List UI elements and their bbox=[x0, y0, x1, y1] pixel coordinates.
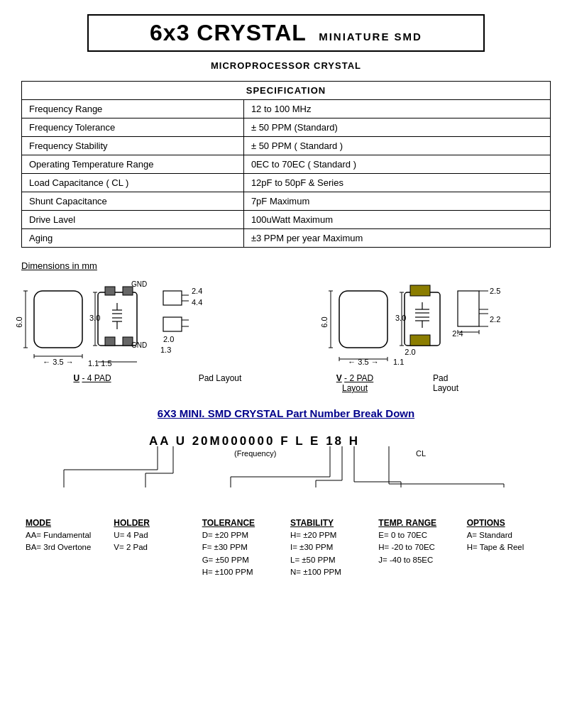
svg-rect-39 bbox=[339, 291, 387, 348]
spec-param: Aging bbox=[22, 229, 244, 248]
breakdown-col-item: AA= Fundamental bbox=[26, 529, 105, 541]
spec-value: 7pF Maximum bbox=[243, 192, 550, 211]
breakdown-col-item: A= Standard bbox=[467, 529, 546, 541]
svg-rect-63 bbox=[458, 291, 479, 326]
u-pad-drawing: 6.0 ← 3.5 → GND GND 3.0 1.5 1. bbox=[21, 278, 319, 370]
pad-layout-label: Pad Layout bbox=[163, 373, 277, 393]
svg-text:1.1: 1.1 bbox=[393, 358, 404, 366]
breakdown-row: MODEAA= FundamentalBA= 3rd OvertoneHOLDE… bbox=[21, 518, 551, 578]
v-pad-drawing: 6.0 ← 3.5 → 1.1 3.0 2.0 2.5 bbox=[326, 278, 572, 370]
svg-text:2.5: 2.5 bbox=[490, 287, 500, 295]
svg-text:1.3: 1.3 bbox=[160, 346, 171, 354]
spec-table: SPECIFICATION Frequency Range12 to 100 M… bbox=[21, 81, 551, 248]
layout2-text: Layout bbox=[433, 383, 458, 393]
spec-value: 12 to 100 MHz bbox=[243, 100, 550, 118]
breakdown-col-item: I= ±30 PPM bbox=[290, 541, 370, 553]
svg-rect-10 bbox=[105, 287, 115, 295]
spec-row: Load Capacitance ( CL )12pF to 50pF & Se… bbox=[22, 174, 551, 192]
breakdown-col-item: H= -20 to 70EC bbox=[378, 541, 458, 553]
dimensions-title: Dimensions in mm bbox=[21, 260, 551, 271]
spec-header: SPECIFICATION bbox=[22, 82, 551, 100]
spec-param: Frequency Range bbox=[22, 100, 244, 118]
breakdown-col-item: F= ±30 PPM bbox=[202, 541, 282, 553]
spec-row: Drive Lavel100uWatt Maximum bbox=[22, 211, 551, 229]
spec-value: 0EC to 70EC ( Standard ) bbox=[243, 155, 550, 174]
svg-text:← 3.5 →: ← 3.5 → bbox=[43, 358, 73, 366]
breakdown-col-item: N= ±100 PPM bbox=[290, 566, 370, 578]
spec-param: Frequency Tolerance bbox=[22, 118, 244, 137]
breakdown-col-title: TEMP. RANGE bbox=[378, 518, 458, 528]
breakdown-col: HOLDERU= 4 PadV= 2 Pad bbox=[109, 518, 197, 578]
breakdown-col-title: OPTIONS bbox=[467, 518, 546, 528]
spec-param: Operating Temperature Range bbox=[22, 155, 244, 174]
title-sub: MINIATURE SMD bbox=[319, 31, 422, 43]
drawing-labels: U - 4 PAD Pad Layout V - 2 PAD Layout Pa… bbox=[21, 373, 551, 393]
svg-text:GND: GND bbox=[131, 341, 147, 349]
v-pad-text: - 2 PAD bbox=[344, 373, 373, 383]
svg-text:4.4: 4.4 bbox=[192, 298, 202, 307]
svg-text:1.1: 1.1 bbox=[88, 359, 99, 368]
svg-text:GND: GND bbox=[131, 280, 147, 288]
svg-rect-51 bbox=[410, 335, 430, 346]
breakdown-col-item: H= ±20 PPM bbox=[290, 529, 370, 541]
breakdown-col-item: E= 0 to 70EC bbox=[378, 529, 458, 541]
svg-text:(Frequency): (Frequency) bbox=[234, 449, 276, 458]
pad-label2: Pad bbox=[433, 373, 448, 383]
spec-value: ±3 PPM per year Maximum bbox=[243, 229, 550, 248]
breakdown-col: STABILITYH= ±20 PPMI= ±30 PPML= ±50 PPMN… bbox=[286, 518, 374, 578]
breakdown-col-item: H= ±100 PPM bbox=[202, 566, 282, 578]
title-box: 6x3 CRYSTAL MINIATURE SMD bbox=[87, 14, 485, 52]
spec-param: Frequency Stability bbox=[22, 137, 244, 155]
svg-rect-34 bbox=[163, 317, 182, 331]
drawings-area: 6.0 ← 3.5 → GND GND 3.0 1.5 1. bbox=[21, 278, 551, 370]
title-main: 6x3 CRYSTAL bbox=[150, 20, 306, 45]
part-number-diagram: AA U 20M000000 F L E 18 H (Frequency) CL bbox=[21, 431, 561, 509]
breakdown-col-item: BA= 3rd Overtone bbox=[26, 541, 105, 553]
svg-text:2.2: 2.2 bbox=[490, 315, 500, 324]
svg-text:3.0: 3.0 bbox=[395, 314, 406, 322]
breakdown-col-item: D= ±20 PPM bbox=[202, 529, 282, 541]
breakdown-col: MODEAA= FundamentalBA= 3rd Overtone bbox=[21, 518, 109, 578]
spec-param: Load Capacitance ( CL ) bbox=[22, 174, 244, 192]
spec-row: Frequency Tolerance± 50 PPM (Standard) bbox=[22, 118, 551, 137]
svg-rect-29 bbox=[163, 291, 182, 305]
breakdown-col-title: TOLERANCE bbox=[202, 518, 282, 528]
breakdown-col: TEMP. RANGEE= 0 to 70ECH= -20 to 70ECJ= … bbox=[374, 518, 462, 578]
v-layout-text: Layout bbox=[342, 383, 368, 393]
part-title: 6X3 MINI. SMD CRYSTAL Part Number Break … bbox=[21, 407, 551, 419]
breakdown-col-item: H= Tape & Reel bbox=[467, 541, 546, 553]
spec-row: Aging±3 PPM per year Maximum bbox=[22, 229, 551, 248]
spec-row: Frequency Range12 to 100 MHz bbox=[22, 100, 551, 118]
u-pad-text: - 4 PAD bbox=[82, 373, 111, 383]
breakdown-col: OPTIONSA= StandardH= Tape & Reel bbox=[463, 518, 551, 578]
spec-param: Drive Lavel bbox=[22, 211, 244, 229]
u-pad-label: U - 4 PAD bbox=[21, 373, 163, 393]
breakdown-col-item: J= -40 to 85EC bbox=[378, 554, 458, 566]
svg-rect-0 bbox=[34, 291, 82, 348]
spec-param: Shunt Capacitance bbox=[22, 192, 244, 211]
svg-text:CL: CL bbox=[416, 449, 426, 458]
svg-rect-12 bbox=[105, 337, 115, 346]
svg-text:2.0: 2.0 bbox=[163, 335, 174, 343]
v-pad-letter: V bbox=[336, 373, 342, 383]
breakdown-col-title: HOLDER bbox=[114, 518, 193, 528]
spec-row: Operating Temperature Range0EC to 70EC (… bbox=[22, 155, 551, 174]
breakdown-col-item: U= 4 Pad bbox=[114, 529, 193, 541]
spec-row: Frequency Stability± 50 PPM ( Standard ) bbox=[22, 137, 551, 155]
breakdown-table: MODEAA= FundamentalBA= 3rd OvertoneHOLDE… bbox=[21, 518, 551, 578]
spec-value: 12pF to 50pF & Series bbox=[243, 174, 550, 192]
pad-layout2-label: Pad Layout bbox=[433, 373, 551, 393]
spec-value: 100uWatt Maximum bbox=[243, 211, 550, 229]
spec-value: ± 50 PPM (Standard) bbox=[243, 118, 550, 137]
svg-text:1.5: 1.5 bbox=[101, 359, 111, 368]
svg-text:2.4: 2.4 bbox=[192, 287, 202, 295]
v-pad-label: V - 2 PAD Layout bbox=[277, 373, 433, 393]
svg-text:6.0: 6.0 bbox=[320, 316, 329, 327]
breakdown-col-title: STABILITY bbox=[290, 518, 370, 528]
u-pad-letter: U bbox=[73, 373, 79, 383]
svg-text:AA U 20M000000 F L E 18 H: AA U 20M000000 F L E 18 H bbox=[149, 434, 360, 448]
page-title: 6x3 CRYSTAL MINIATURE SMD bbox=[103, 20, 469, 46]
breakdown-col-item: V= 2 Pad bbox=[114, 541, 193, 553]
subtitle: MICROPROCESSOR CRYSTAL bbox=[21, 60, 551, 71]
breakdown-col-item: L= ±50 PPM bbox=[290, 554, 370, 566]
